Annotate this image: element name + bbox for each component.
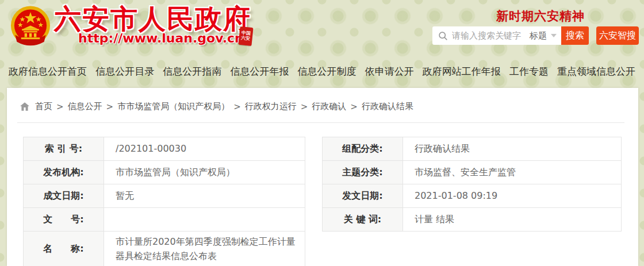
chevron-down-icon[interactable] [551, 34, 557, 37]
national-emblem-icon [9, 5, 52, 51]
table-row: 名 称: 市计量所2020年第四季度强制检定工作计量器具检定结果信息公布表 [24, 232, 305, 266]
breadcrumb-item-home[interactable]: 首页 [35, 101, 52, 112]
search-icon [438, 31, 448, 41]
nav-item-info-guide[interactable]: 信息公开指南 [163, 65, 221, 78]
breadcrumb-separator: > [350, 102, 358, 112]
field-label-issue-date: 发文日期: [323, 184, 403, 208]
table-row: 关 键 词: 计量 结果 [323, 208, 622, 232]
field-label-index-no: 索 引 号: [24, 137, 104, 161]
field-label-publisher: 发布机构: [24, 161, 104, 184]
search-bar: 标题 搜索 六安智搜 [432, 26, 639, 45]
field-value-doc-no [104, 208, 305, 232]
nav-item-key-areas[interactable]: 重点领域信息公开 [557, 65, 635, 78]
breadcrumb-separator: > [56, 102, 64, 112]
smart-search-button[interactable]: 六安智搜 [596, 26, 639, 45]
nav-item-special-topics[interactable]: 工作专题 [509, 65, 549, 78]
breadcrumb-item-admin-confirm[interactable]: 行政确认 [312, 101, 346, 112]
field-value-group-category: 行政确认结果 [403, 137, 622, 161]
site-header: 六安市人民政府 http://www.luan.gov.cn/ 中国六安 新时期… [0, 0, 644, 57]
meta-table-left: 索 引 号: /202101-00030 发布机构: 市市场监管局（知识产权局）… [23, 137, 305, 266]
home-icon [20, 102, 29, 111]
field-label-keywords: 关 键 词: [323, 208, 403, 232]
nav-item-apply-disclosure[interactable]: 依申请公开 [365, 65, 414, 78]
field-value-index-no: /202101-00030 [104, 137, 305, 161]
field-value-keywords: 计量 结果 [403, 208, 622, 232]
table-row: 发文日期: 2021-01-08 09:19 [323, 184, 622, 208]
search-input[interactable] [452, 30, 527, 41]
site-title: 六安市人民政府 [54, 5, 251, 33]
nav-item-gov-info-home[interactable]: 政府信息公开首页 [9, 65, 87, 78]
breadcrumb-item-info-disclosure[interactable]: 信息公开 [68, 101, 102, 112]
field-value-theme-category: 市场监督、安全生产监管 [403, 161, 622, 184]
field-value-publisher: 市市场监管局（知识产权局） [104, 161, 305, 184]
field-value-title: 市计量所2020年第四季度强制检定工作计量器具检定结果信息公布表 [104, 232, 305, 266]
search-scope-select[interactable]: 标题 [530, 30, 547, 41]
search-box: 标题 [432, 26, 561, 45]
field-value-written-date: 暂无 [104, 184, 305, 208]
table-row: 组配分类: 行政确认结果 [323, 137, 622, 161]
search-button[interactable]: 搜索 [561, 26, 589, 45]
nav-item-website-report[interactable]: 政府网站工作年报 [423, 65, 501, 78]
nav-item-annual-report[interactable]: 信息公开年报 [230, 65, 289, 78]
table-row: 发布机构: 市市场监管局（知识产权局） [24, 161, 305, 184]
table-row: 主题分类: 市场监督、安全生产监管 [323, 161, 622, 184]
slogan-text: 新时期六安精神 [496, 8, 585, 24]
breadcrumb-separator: > [233, 102, 241, 112]
field-label-title: 名 称: [24, 232, 104, 266]
table-row: 文 号: [24, 208, 305, 232]
calligraphy-seal-stamp: 中国六安 [238, 26, 253, 46]
field-label-written-date: 成文日期: [24, 184, 104, 208]
table-row: 索 引 号: /202101-00030 [24, 137, 305, 161]
content-panel: 首页 > 信息公开 > 市市场监管局（知识产权局） > 行政权力运行 > 行政确… [7, 88, 638, 266]
main-nav: 政府信息公开首页 信息公开目录 信息公开指南 信息公开年报 信息公开制度 依申请… [0, 57, 644, 85]
breadcrumb-separator: > [301, 102, 308, 112]
nav-item-info-catalog[interactable]: 信息公开目录 [95, 65, 154, 78]
breadcrumb-item-bureau[interactable]: 市市场监管局（知识产权局） [117, 101, 229, 112]
breadcrumb-separator: > [106, 102, 114, 112]
field-label-doc-no: 文 号: [24, 208, 104, 232]
table-row: 成文日期: 暂无 [24, 184, 305, 208]
site-url[interactable]: http://www.luan.gov.cn/ [78, 31, 251, 45]
breadcrumb-item-admin-confirm-result[interactable]: 行政确认结果 [362, 101, 413, 112]
breadcrumb-item-admin-power[interactable]: 行政权力运行 [245, 101, 297, 112]
site-identity: 六安市人民政府 http://www.luan.gov.cn/ [54, 5, 251, 45]
field-value-issue-date: 2021-01-08 09:19 [403, 184, 622, 208]
breadcrumb-divider [17, 122, 624, 123]
field-label-theme-category: 主题分类: [323, 161, 403, 184]
meta-table-right: 组配分类: 行政确认结果 主题分类: 市场监督、安全生产监管 发文日期: 202… [322, 137, 622, 232]
breadcrumb: 首页 > 信息公开 > 市市场监管局（知识产权局） > 行政权力运行 > 行政确… [20, 101, 413, 112]
field-label-group-category: 组配分类: [323, 137, 403, 161]
nav-item-info-system[interactable]: 信息公开制度 [298, 65, 356, 78]
